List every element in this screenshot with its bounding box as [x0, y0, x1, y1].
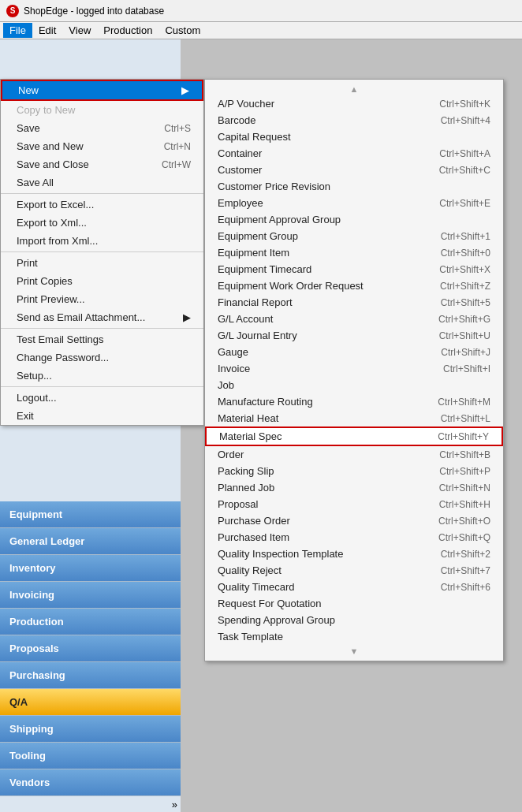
submenu-item-spending-approval[interactable]: Spending Approval Group: [205, 612, 503, 628]
sidebar-item-inventory[interactable]: Inventory: [0, 555, 181, 582]
submenu-item-quality-timecard[interactable]: Quality TimecardCtrl+Shift+6: [205, 579, 503, 595]
menu-item-label: Change Password...: [17, 352, 109, 363]
menu-separator: [1, 328, 203, 329]
menu-file[interactable]: File: [3, 23, 32, 38]
menu-item-label: Import from Xml...: [17, 235, 98, 247]
submenu-item-label: Capital Request: [218, 131, 291, 143]
menu-item-print-copies[interactable]: Print Copies: [1, 272, 203, 290]
submenu-item-ap-voucher[interactable]: A/P VoucherCtrl+Shift+K: [205, 95, 503, 112]
menu-item-logout[interactable]: Logout...: [1, 389, 203, 407]
submenu-item-shortcut: Ctrl+Shift+Y: [438, 431, 489, 442]
submenu-item-purchase-order[interactable]: Purchase OrderCtrl+Shift+O: [205, 512, 503, 529]
submenu-item-invoice[interactable]: InvoiceCtrl+Shift+I: [205, 360, 503, 377]
title-bar: S ShopEdge - logged into database: [0, 0, 522, 22]
submenu-item-manufacture-routing[interactable]: Manufacture RoutingCtrl+Shift+M: [205, 393, 503, 410]
submenu-item-quality-reject[interactable]: Quality RejectCtrl+Shift+7: [205, 562, 503, 579]
sidebar-item-qa[interactable]: Q/A: [0, 689, 181, 716]
sidebar-nav: EquipmentGeneral LedgerInventoryInvoicin…: [0, 501, 181, 796]
sidebar-item-label: Q/A: [9, 696, 28, 708]
menu-item-export-excel[interactable]: Export to Excel...: [1, 196, 203, 214]
title-text: ShopEdge - logged into database: [24, 6, 164, 17]
sidebar-item-production[interactable]: Production: [0, 609, 181, 635]
sidebar-item-label: Purchasing: [9, 669, 65, 681]
submenu-item-material-spec[interactable]: Material SpecCtrl+Shift+Y: [205, 426, 503, 446]
menu-item-import-xml[interactable]: Import from Xml...: [1, 232, 203, 250]
sidebar-item-purchasing[interactable]: Purchasing: [0, 662, 181, 689]
submenu-item-order[interactable]: OrderCtrl+Shift+B: [205, 446, 503, 463]
submenu-item-proposal[interactable]: ProposalCtrl+Shift+H: [205, 496, 503, 512]
menu-item-save-all[interactable]: Save All: [1, 173, 203, 192]
menu-item-shortcut: Ctrl+W: [162, 159, 191, 170]
submenu-item-planned-job[interactable]: Planned JobCtrl+Shift+N: [205, 479, 503, 496]
submenu-item-job[interactable]: Job: [205, 377, 503, 393]
submenu-item-customer-price-revision[interactable]: Customer Price Revision: [205, 178, 503, 195]
menu-view[interactable]: View: [62, 23, 97, 38]
menu-item-shortcut: Ctrl+S: [164, 123, 191, 134]
sidebar-item-label: Equipment: [9, 508, 62, 520]
submenu-item-packing-slip[interactable]: Packing SlipCtrl+Shift+P: [205, 463, 503, 479]
submenu-item-label: Material Spec: [219, 430, 282, 442]
sidebar-scroll[interactable]: »: [0, 796, 181, 812]
menu-item-exit[interactable]: Exit: [1, 407, 203, 425]
submenu-item-rfq[interactable]: Request For Quotation: [205, 595, 503, 612]
sidebar-item-proposals[interactable]: Proposals: [0, 635, 181, 662]
menu-item-save[interactable]: SaveCtrl+S: [1, 119, 203, 137]
sidebar-item-tooling[interactable]: Tooling: [0, 743, 181, 769]
submenu-item-label: Quality Reject: [218, 564, 282, 576]
menu-item-label: Print: [17, 257, 38, 269]
submenu-item-label: Purchased Item: [218, 531, 289, 543]
menu-item-setup[interactable]: Setup...: [1, 367, 203, 385]
submenu-item-label: Container: [218, 147, 262, 159]
submenu-item-label: Task Template: [218, 631, 283, 643]
menu-item-label: Export to Excel...: [17, 199, 94, 210]
sidebar-item-general-ledger[interactable]: General Ledger: [0, 528, 181, 555]
menu-item-save-and-close[interactable]: Save and CloseCtrl+W: [1, 155, 203, 173]
submenu-item-equipment-group[interactable]: Equipment GroupCtrl+Shift+1: [205, 228, 503, 244]
new-submenu: ▲ A/P VoucherCtrl+Shift+KBarcodeCtrl+Shi…: [204, 79, 504, 661]
submenu-scroll-down-icon[interactable]: ▼: [205, 645, 503, 657]
submenu-item-capital-request[interactable]: Capital Request: [205, 129, 503, 145]
menu-item-save-and-new[interactable]: Save and NewCtrl+N: [1, 137, 203, 155]
menu-production[interactable]: Production: [97, 23, 158, 38]
sidebar-item-equipment[interactable]: Equipment: [0, 501, 181, 528]
submenu-item-shortcut: Ctrl+Shift+5: [441, 297, 490, 308]
sidebar-item-invoicing[interactable]: Invoicing: [0, 582, 181, 609]
submenu-item-label: Quality Inspection Template: [218, 548, 343, 560]
menu-item-label: Exit: [17, 410, 34, 422]
submenu-item-quality-inspection[interactable]: Quality Inspection TemplateCtrl+Shift+2: [205, 546, 503, 562]
menu-edit[interactable]: Edit: [32, 23, 62, 38]
submenu-item-gauge[interactable]: GaugeCtrl+Shift+J: [205, 344, 503, 360]
menu-item-label: Print Preview...: [17, 293, 85, 305]
submenu-item-purchased-item[interactable]: Purchased ItemCtrl+Shift+Q: [205, 529, 503, 546]
menu-item-print[interactable]: Print: [1, 254, 203, 272]
menu-item-print-preview[interactable]: Print Preview...: [1, 290, 203, 308]
submenu-item-gl-journal-entry[interactable]: G/L Journal EntryCtrl+Shift+U: [205, 327, 503, 344]
menu-item-label: Export to Xml...: [17, 217, 87, 229]
submenu-item-barcode[interactable]: BarcodeCtrl+Shift+4: [205, 112, 503, 129]
sidebar-item-shipping[interactable]: Shipping: [0, 716, 181, 743]
submenu-item-equipment-work-order[interactable]: Equipment Work Order RequestCtrl+Shift+Z: [205, 277, 503, 294]
submenu-item-gl-account[interactable]: G/L AccountCtrl+Shift+G: [205, 311, 503, 327]
menu-item-test-email[interactable]: Test Email Settings: [1, 330, 203, 348]
submenu-item-financial-report[interactable]: Financial ReportCtrl+Shift+5: [205, 294, 503, 311]
submenu-item-equipment-timecard[interactable]: Equipment TimecardCtrl+Shift+X: [205, 261, 503, 277]
menu-item-email-attachment[interactable]: Send as Email Attachment...▶: [1, 308, 203, 326]
submenu-item-customer[interactable]: CustomerCtrl+Shift+C: [205, 162, 503, 178]
sidebar-item-vendors[interactable]: Vendors: [0, 769, 181, 796]
submenu-item-equipment-approval-group[interactable]: Equipment Approval Group: [205, 211, 503, 228]
submenu-item-container[interactable]: ContainerCtrl+Shift+A: [205, 145, 503, 162]
submenu-item-material-heat[interactable]: Material HeatCtrl+Shift+L: [205, 410, 503, 426]
menu-item-change-password[interactable]: Change Password...: [1, 348, 203, 367]
submenu-item-shortcut: Ctrl+Shift+L: [441, 413, 490, 424]
submenu-item-task-template[interactable]: Task Template: [205, 628, 503, 645]
menu-item-new[interactable]: New▶: [1, 80, 203, 101]
menu-item-label: Save All: [17, 177, 54, 188]
menu-item-export-xml[interactable]: Export to Xml...: [1, 214, 203, 232]
submenu-item-shortcut: Ctrl+Shift+H: [439, 499, 490, 510]
submenu-item-equipment-item[interactable]: Equipment ItemCtrl+Shift+0: [205, 244, 503, 261]
submenu-item-label: Packing Slip: [218, 465, 274, 477]
submenu-item-employee[interactable]: EmployeeCtrl+Shift+E: [205, 195, 503, 211]
menu-item-label: Save: [17, 122, 40, 134]
menu-item-label: Copy to New: [17, 104, 75, 116]
menu-custom[interactable]: Custom: [158, 23, 207, 38]
